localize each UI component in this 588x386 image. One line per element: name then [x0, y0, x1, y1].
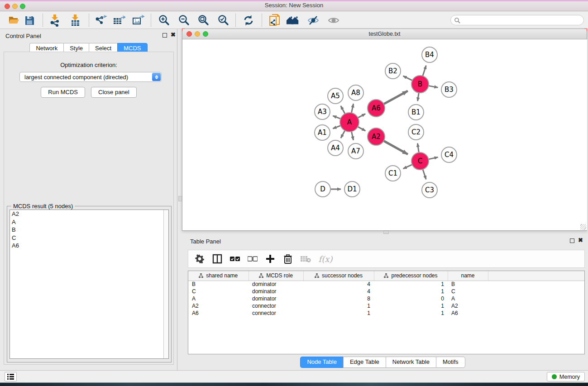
node-B1[interactable]: B1 — [408, 105, 424, 120]
import-network-icon[interactable] — [48, 14, 62, 27]
zoom-out-icon[interactable] — [177, 14, 191, 27]
clone-network-icon[interactable] — [268, 14, 282, 27]
node-C[interactable]: C — [411, 152, 429, 170]
cell[interactable]: 8 — [303, 295, 374, 302]
column-header-name[interactable]: name — [448, 271, 488, 281]
cell[interactable]: 1 — [374, 288, 448, 295]
column-header-predecessor-nodes[interactable]: predecessor nodes — [374, 271, 448, 281]
column-header-shared-name[interactable]: shared name — [188, 271, 249, 281]
column-header-MCDS-role[interactable]: MCDS role — [249, 271, 303, 281]
node-A6[interactable]: A6 — [368, 100, 385, 117]
cell[interactable]: dominator — [249, 295, 303, 302]
node-C4[interactable]: C4 — [441, 147, 457, 162]
refresh-icon[interactable] — [242, 14, 255, 27]
mcds-result-item[interactable]: A — [10, 218, 168, 226]
float-panel-icon[interactable] — [570, 238, 574, 243]
splitter-handle[interactable] — [383, 231, 389, 234]
node-D[interactable]: D — [315, 181, 330, 197]
node-table[interactable]: shared nameMCDS rolesuccessor nodesprede… — [188, 271, 585, 354]
cell[interactable]: 1 — [374, 302, 448, 310]
cell[interactable]: A6 — [188, 310, 249, 317]
cell[interactable]: 1 — [374, 281, 448, 288]
cell[interactable]: B — [188, 281, 249, 288]
cell[interactable]: dominator — [249, 281, 303, 288]
edge-B-B1[interactable] — [418, 92, 419, 101]
cell[interactable]: connector — [249, 302, 303, 310]
cell[interactable]: dominator — [249, 288, 303, 295]
edge-A-A4[interactable] — [341, 130, 345, 138]
run-mcds-button[interactable]: Run MCDS — [41, 87, 85, 98]
import-table-icon[interactable] — [68, 14, 82, 27]
mcds-result-list[interactable]: A2ABCA6 — [10, 210, 169, 359]
edge-A-A5[interactable] — [341, 106, 345, 114]
node-A7[interactable]: A7 — [348, 143, 363, 159]
edge-A2-C[interactable] — [383, 140, 408, 154]
edge-B-B4[interactable] — [422, 66, 426, 77]
edge-B-B2[interactable] — [403, 76, 413, 81]
gear-icon[interactable] — [194, 253, 205, 264]
cell[interactable]: C — [448, 288, 488, 295]
table-row[interactable]: A6connector11A6 — [188, 310, 584, 317]
node-A1[interactable]: A1 — [315, 125, 330, 140]
hide-selected-eye-slash-icon[interactable] — [306, 14, 320, 27]
search-field[interactable] — [450, 15, 584, 25]
table-row[interactable]: Adominator80A — [188, 295, 584, 302]
close-panel-button[interactable]: Close panel — [91, 87, 137, 98]
mcds-result-item[interactable]: B — [10, 226, 168, 234]
export-network-icon[interactable] — [94, 14, 107, 27]
table-row[interactable]: Bdominator41B — [188, 281, 584, 288]
node-B2[interactable]: B2 — [385, 63, 401, 79]
cell[interactable]: A6 — [448, 310, 488, 317]
delete-column-trash-icon[interactable] — [282, 253, 293, 264]
edge-C-C1[interactable] — [403, 164, 413, 169]
edge-A-A2[interactable] — [357, 126, 366, 131]
edge-C-C4[interactable] — [428, 157, 438, 159]
export-table-icon[interactable] — [112, 14, 126, 27]
node-A3[interactable]: A3 — [315, 104, 330, 119]
cell[interactable]: 1 — [303, 310, 374, 317]
column-header-successor-nodes[interactable]: successor nodes — [303, 271, 374, 281]
cell[interactable]: 1 — [374, 310, 448, 317]
cell[interactable]: 4 — [303, 288, 374, 295]
close-panel-icon[interactable]: ✖ — [171, 32, 176, 38]
cell[interactable]: B — [448, 281, 488, 288]
edge-A6-B[interactable] — [383, 91, 408, 105]
node-B4[interactable]: B4 — [422, 47, 437, 62]
select-all-checkboxes-icon[interactable] — [229, 253, 240, 264]
memory-button[interactable]: Memory — [547, 372, 585, 381]
node-A8[interactable]: A8 — [348, 85, 363, 100]
cell[interactable]: 0 — [374, 295, 448, 302]
node-A4[interactable]: A4 — [328, 140, 343, 156]
close-panel-icon[interactable]: ✖ — [578, 237, 583, 243]
show-hidden-eye-icon[interactable] — [327, 14, 340, 27]
edge-A-A8[interactable] — [351, 104, 354, 114]
save-session-icon[interactable] — [23, 14, 36, 27]
export-image-icon[interactable] — [131, 14, 145, 27]
table-row[interactable]: A2connector11A2 — [188, 302, 584, 310]
task-history-button[interactable] — [5, 372, 17, 381]
edge-C-C2[interactable] — [417, 143, 419, 153]
zoom-selected-icon[interactable] — [216, 14, 230, 27]
deselect-all-checkboxes-icon[interactable] — [247, 253, 258, 264]
edge-A-A3[interactable] — [333, 116, 341, 119]
network-canvas[interactable]: AA1A2A3A4A5A6A7A8BB1B2B3B4CC1C2C3C4DD1 — [183, 39, 587, 230]
tab-network-table[interactable]: Network Table — [386, 357, 436, 368]
edge-A-A1[interactable] — [333, 125, 341, 129]
float-panel-icon[interactable] — [163, 33, 167, 38]
tab-motifs[interactable]: Motifs — [436, 357, 465, 368]
cell[interactable]: 4 — [303, 281, 374, 288]
cell[interactable]: 1 — [303, 302, 374, 310]
node-B[interactable]: B — [411, 76, 429, 93]
cell[interactable]: C — [188, 288, 249, 295]
window-resize-grip[interactable] — [580, 224, 586, 230]
edge-B-B3[interactable] — [428, 86, 438, 87]
node-C3[interactable]: C3 — [422, 182, 437, 198]
show-all-houses-icon[interactable] — [286, 14, 300, 27]
mcds-result-item[interactable]: C — [10, 234, 168, 242]
mcds-result-item[interactable]: A2 — [10, 210, 168, 218]
table-row[interactable]: Cdominator41C — [188, 288, 584, 295]
mcds-result-item[interactable]: A6 — [10, 242, 168, 250]
tab-edge-table[interactable]: Edge Table — [343, 357, 386, 368]
tab-node-table[interactable]: Node Table — [300, 357, 343, 368]
edge-C-C3[interactable] — [422, 168, 426, 179]
